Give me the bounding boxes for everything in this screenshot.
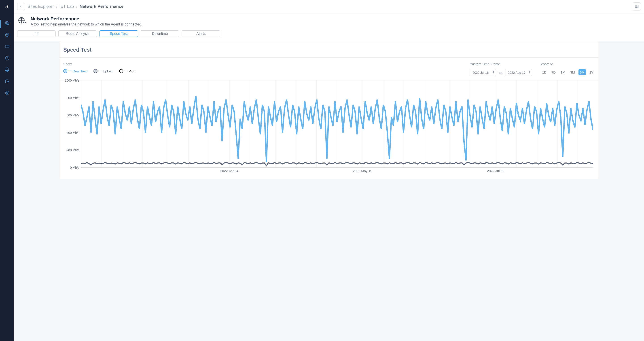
zoom-7d[interactable]: 7D xyxy=(550,69,557,75)
date-from-input[interactable]: 2022 Jul 18 ▲▼ xyxy=(470,69,496,76)
content-scroll[interactable]: Speed Test Show Download Upload Ping Cus… xyxy=(14,41,644,341)
breadcrumb-item[interactable]: IoT Lab xyxy=(60,4,74,9)
page-head: Network Performance A tool set to help a… xyxy=(14,13,644,41)
x-tick-label: 2022 Jul 03 xyxy=(487,169,504,173)
y-tick-label: 0 Mb/s xyxy=(70,166,80,169)
card-icon xyxy=(5,44,10,50)
page-title: Network Performance xyxy=(31,16,142,21)
zoom-label: Zoom to xyxy=(541,62,595,66)
header: Sites Explorer / IoT Lab / Network Perfo… xyxy=(14,0,644,13)
page-description: A tool set to help analyse the network t… xyxy=(31,22,142,26)
y-tick-label: 200 Mb/s xyxy=(66,148,80,152)
svg-rect-1 xyxy=(5,45,9,48)
sidebar-item-card[interactable] xyxy=(0,41,14,53)
sidebar-item-user[interactable] xyxy=(0,88,14,99)
stepper-icon[interactable]: ▲▼ xyxy=(528,70,530,74)
series-label: Ping xyxy=(128,69,135,73)
checkbox-icon xyxy=(63,69,67,73)
tab-speed-test[interactable]: Speed Test xyxy=(100,30,138,37)
tab-route-analysis[interactable]: Route Analysis xyxy=(58,30,97,37)
show-group: Show Download Upload Ping xyxy=(63,62,135,73)
speed-test-panel: Speed Test Show Download Upload Ping Cus… xyxy=(60,41,598,179)
legend-swatch xyxy=(99,71,102,71)
stepper-icon[interactable]: ▲▼ xyxy=(492,70,494,74)
checkbox-icon xyxy=(94,69,98,73)
sidebar-item-exit[interactable] xyxy=(0,76,14,88)
breadcrumb-sep: / xyxy=(56,4,57,9)
zoom-1y[interactable]: 1Y xyxy=(588,69,595,75)
series-toggle-download[interactable]: Download xyxy=(63,69,88,73)
breadcrumb: Sites Explorer / IoT Lab / Network Perfo… xyxy=(28,4,124,9)
user-icon xyxy=(5,90,10,96)
series-toggle-ping[interactable]: Ping xyxy=(119,69,135,73)
sidebar-item-gauge[interactable] xyxy=(0,53,14,64)
sidebar xyxy=(0,0,14,341)
x-axis: 2022 Apr 042022 May 192022 Jul 03 xyxy=(81,169,593,174)
cube-icon xyxy=(5,32,10,38)
zoom-3m[interactable]: 3M xyxy=(569,69,576,75)
breadcrumb-sep: / xyxy=(76,4,77,9)
series-toggle-upload[interactable]: Upload xyxy=(94,69,114,73)
chart-series-upload xyxy=(81,163,593,166)
y-tick-label: 400 Mb/s xyxy=(66,131,80,134)
exit-icon xyxy=(5,79,10,85)
chart-plot-area[interactable] xyxy=(81,80,593,168)
panel-controls: Show Download Upload Ping Custom Time Fr… xyxy=(60,58,598,80)
breadcrumb-item[interactable]: Sites Explorer xyxy=(28,4,54,9)
sidebar-item-globe[interactable] xyxy=(0,18,14,29)
date-to-input[interactable]: 2022 Aug 17 ▲▼ xyxy=(505,69,532,76)
x-tick-label: 2022 May 19 xyxy=(353,169,372,173)
timeframe-label: Custom Time Frame xyxy=(470,62,532,66)
back-button[interactable] xyxy=(17,3,25,10)
checkbox-icon xyxy=(119,69,123,73)
legend-swatch xyxy=(124,71,127,71)
breadcrumb-item-current: Network Performance xyxy=(80,4,124,9)
zoom-6m[interactable]: 6M xyxy=(578,69,586,75)
chart-container: 0 Mb/s200 Mb/s400 Mb/s600 Mb/s800 Mb/s10… xyxy=(60,80,598,179)
y-tick-label: 800 Mb/s xyxy=(66,96,80,100)
bell-icon xyxy=(5,67,10,73)
show-label: Show xyxy=(63,62,135,66)
tabs: InfoRoute AnalysisSpeed TestDowntimeAler… xyxy=(17,30,641,37)
main: Sites Explorer / IoT Lab / Network Perfo… xyxy=(14,0,644,341)
y-axis: 0 Mb/s200 Mb/s400 Mb/s600 Mb/s800 Mb/s10… xyxy=(63,80,81,168)
series-label: Download xyxy=(73,69,88,73)
series-label: Upload xyxy=(103,69,114,73)
globe-icon xyxy=(5,21,10,26)
help-button[interactable] xyxy=(633,2,641,10)
gauge-icon xyxy=(5,56,10,61)
chart-series-download xyxy=(81,96,593,162)
tab-downtime[interactable]: Downtime xyxy=(141,30,179,37)
panel-title: Speed Test xyxy=(60,41,598,57)
svg-point-5 xyxy=(6,92,8,93)
app-logo xyxy=(0,0,14,13)
zoom-1d[interactable]: 1D xyxy=(541,69,548,75)
tab-alerts[interactable]: Alerts xyxy=(182,30,220,37)
network-globe-icon xyxy=(18,16,27,26)
legend-swatch xyxy=(69,71,71,71)
to-label: To xyxy=(499,71,502,75)
timeframe-group: Custom Time Frame 2022 Jul 18 ▲▼ To 2022… xyxy=(470,62,532,76)
sidebar-item-bell[interactable] xyxy=(0,64,14,76)
y-tick-label: 600 Mb/s xyxy=(66,113,80,117)
x-tick-label: 2022 Apr 04 xyxy=(220,169,238,173)
sidebar-item-cube[interactable] xyxy=(0,29,14,41)
tab-info[interactable]: Info xyxy=(17,30,56,37)
zoom-group: Zoom to 1D7D1M3M6M1Y xyxy=(541,62,595,75)
y-tick-label: 1000 Mb/s xyxy=(65,79,80,82)
zoom-1m[interactable]: 1M xyxy=(559,69,567,75)
